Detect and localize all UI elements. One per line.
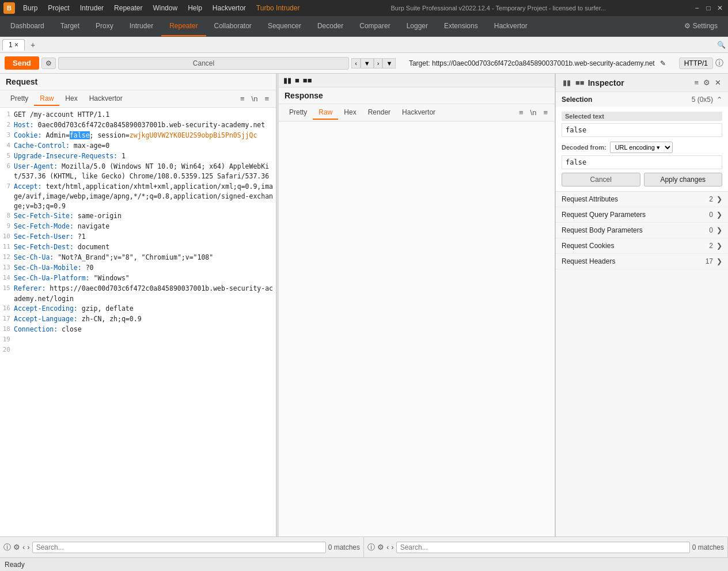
tab-decoder[interactable]: Decoder — [309, 16, 351, 36]
menu-turbo-intruder[interactable]: Turbo Intruder — [252, 3, 305, 13]
apply-changes-button[interactable]: Apply changes — [644, 173, 723, 186]
request-search-settings-icon[interactable]: ⚙ — [13, 543, 20, 551]
code-line-8: 8 Sec-Fetch-Site: same-origin — [0, 211, 276, 222]
response-search-help-icon[interactable]: ⓘ — [367, 542, 375, 553]
response-tab-render[interactable]: Render — [362, 106, 396, 120]
add-tab-button[interactable]: + — [26, 39, 40, 51]
request-tab-hex[interactable]: Hex — [59, 92, 83, 106]
minimize-button[interactable]: − — [692, 3, 702, 13]
menu-repeater[interactable]: Repeater — [109, 3, 147, 13]
code-line-1: 1 GET /my-account HTTP/1.1 — [0, 110, 276, 120]
response-view-icon-3[interactable]: ■■ — [303, 76, 312, 85]
edit-target-icon[interactable]: ✎ — [660, 59, 666, 67]
request-headers-row[interactable]: Request Headers 17 ❯ — [556, 254, 728, 269]
tab-dashboard[interactable]: Dashboard — [2, 16, 52, 36]
menu-hackvertor[interactable]: Hackvertor — [208, 3, 251, 13]
inspector-view-icon-2[interactable]: ■■ — [574, 77, 586, 88]
encoding-select[interactable]: URL encoding ▾ — [610, 142, 673, 153]
menu-help[interactable]: Help — [183, 3, 207, 13]
settings-button[interactable]: ⚙ — [41, 58, 56, 69]
tab-intruder[interactable]: Intruder — [122, 16, 161, 36]
response-menu-icon[interactable]: ≡ — [541, 107, 550, 118]
decoded-value[interactable]: false — [562, 155, 722, 169]
response-search-prev-icon[interactable]: ‹ — [386, 543, 389, 551]
tab-settings[interactable]: ⚙ Settings — [676, 16, 726, 36]
code-line-3: 3 Cookie: Admin=false; session=zwjkgU0VW… — [0, 131, 276, 141]
request-tab-raw[interactable]: Raw — [34, 92, 59, 106]
response-panel-title: Response — [279, 87, 555, 104]
cancel-changes-button[interactable]: Cancel — [562, 173, 640, 186]
cancel-button[interactable]: Cancel — [58, 57, 349, 70]
tab-sequencer[interactable]: Sequencer — [260, 16, 309, 36]
request-attributes-row[interactable]: Request Attributes 2 ❯ — [556, 192, 728, 207]
request-menu-icon[interactable]: ≡ — [262, 93, 271, 104]
request-panel: Request Pretty Raw Hex Hackvertor ≡ \n ≡… — [0, 74, 276, 536]
response-search-next-icon[interactable]: › — [391, 543, 393, 551]
inspector-settings-icon[interactable]: ⚙ — [702, 77, 711, 88]
response-subtabs: Pretty Raw Hex Render Hackvertor ≡ \n ≡ — [279, 104, 555, 121]
request-search-prev-icon[interactable]: ‹ — [22, 543, 25, 551]
response-tab-hex[interactable]: Hex — [338, 106, 362, 120]
request-search-input[interactable] — [32, 542, 326, 553]
tab-proxy[interactable]: Proxy — [88, 16, 122, 36]
request-search-help-icon[interactable]: ⓘ — [3, 542, 11, 553]
response-tab-pretty[interactable]: Pretty — [283, 106, 313, 120]
repeater-tab-bar: 1 × + 🔍 — [0, 37, 728, 53]
tab-hackvertor[interactable]: Hackvertor — [486, 16, 536, 36]
inspector-list-icon[interactable]: ≡ — [693, 77, 700, 88]
request-cookies-row[interactable]: Request Cookies 2 ❯ — [556, 238, 728, 254]
tab-comparer[interactable]: Comparer — [351, 16, 398, 36]
request-tab-pretty[interactable]: Pretty — [5, 92, 34, 106]
menu-project[interactable]: Project — [43, 3, 74, 13]
menu-burp[interactable]: Burp — [18, 3, 42, 13]
response-search-input[interactable] — [396, 542, 690, 553]
request-search-bar: ⓘ ⚙ ‹ › 0 matches — [0, 537, 364, 557]
request-tab-hackvertor[interactable]: Hackvertor — [84, 92, 128, 106]
repeater-tab-1[interactable]: 1 × — [2, 39, 25, 51]
request-editor[interactable]: 1 GET /my-account HTTP/1.1 2 Host: 0aec0… — [0, 108, 276, 536]
help-icon[interactable]: ⓘ — [715, 58, 723, 68]
response-prettify-icon[interactable]: ≡ — [517, 107, 526, 118]
maximize-button[interactable]: □ — [704, 3, 713, 13]
code-line-5: 5 Upgrade-Insecure-Requests: 1 — [0, 151, 276, 162]
inspector-close-icon[interactable]: ✕ — [714, 77, 722, 88]
selection-chevron-icon: ⌃ — [716, 96, 722, 104]
tab-collaborator[interactable]: Collaborator — [206, 16, 260, 36]
menu-intruder[interactable]: Intruder — [75, 3, 108, 13]
close-button[interactable]: ✕ — [715, 3, 725, 13]
response-newline-icon[interactable]: \n — [528, 107, 539, 118]
request-search-next-icon[interactable]: › — [27, 543, 29, 551]
inspector-view-icon-1[interactable]: ▮▮ — [562, 77, 572, 88]
response-search-settings-icon[interactable]: ⚙ — [377, 543, 384, 551]
selection-section: Selection 5 (0x5) ⌃ Selected text false … — [556, 92, 728, 192]
nav-prev-dropdown[interactable]: ▼ — [361, 58, 374, 68]
nav-next-button[interactable]: › — [374, 58, 383, 68]
window-title: Burp Suite Professional v2022.12.4 - Tem… — [305, 5, 691, 12]
send-button[interactable]: Send — [5, 56, 39, 70]
menu-bar: B Burp Project Intruder Repeater Window … — [0, 0, 728, 16]
response-search-bar: ⓘ ⚙ ‹ › 0 matches — [364, 537, 728, 557]
selection-title: Selection — [562, 96, 692, 104]
request-newline-icon[interactable]: \n — [249, 93, 260, 104]
request-query-params-row[interactable]: Request Query Parameters 0 ❯ — [556, 207, 728, 223]
request-prettify-icon[interactable]: ≡ — [238, 93, 247, 104]
http-version-button[interactable]: HTTP/1 — [679, 58, 713, 69]
request-body-params-row[interactable]: Request Body Parameters 0 ❯ — [556, 223, 728, 238]
code-line-9: 9 Sec-Fetch-Mode: navigate — [0, 222, 276, 232]
response-panel: ▮▮ ■ ■■ Response Pretty Raw Hex Render H… — [279, 74, 555, 536]
tab-target[interactable]: Target — [52, 16, 88, 36]
nav-next-dropdown[interactable]: ▼ — [382, 58, 396, 68]
menu-window[interactable]: Window — [148, 3, 182, 13]
nav-prev-button[interactable]: ‹ — [351, 58, 361, 68]
tab-extensions[interactable]: Extensions — [436, 16, 486, 36]
selection-header[interactable]: Selection 5 (0x5) ⌃ — [556, 92, 728, 107]
response-tab-raw[interactable]: Raw — [313, 106, 338, 120]
attr-chevron-icon-4: ❯ — [716, 257, 722, 265]
target-bar: Target: https://0aec00d703c6f472c0a84589… — [398, 59, 676, 67]
code-line-10: 10 Sec-Fetch-User: ?1 — [0, 232, 276, 242]
tab-repeater[interactable]: Repeater — [161, 16, 206, 36]
tab-logger[interactable]: Logger — [399, 16, 436, 36]
response-view-icon-1[interactable]: ▮▮ — [283, 76, 291, 85]
response-tab-hackvertor[interactable]: Hackvertor — [396, 106, 441, 120]
response-view-icon-2[interactable]: ■ — [295, 76, 299, 85]
